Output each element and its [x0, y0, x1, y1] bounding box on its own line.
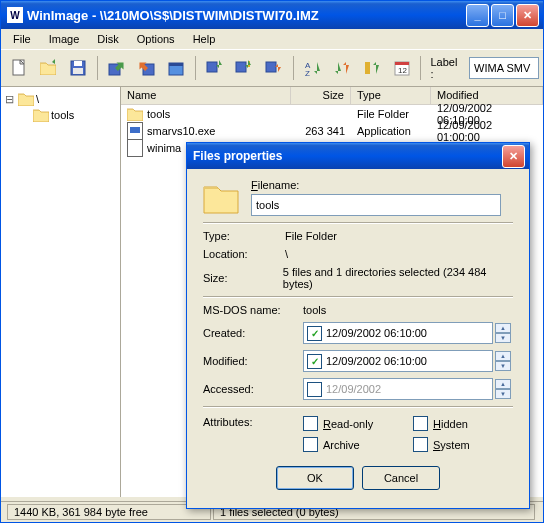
label-text: Label :	[426, 56, 467, 80]
folder-icon	[33, 108, 49, 122]
filename-label: Filename:	[251, 179, 513, 191]
svg-text:Z: Z	[305, 69, 310, 78]
type-label: Type:	[203, 230, 285, 242]
folder-large-icon	[203, 182, 239, 214]
nav-up-button[interactable]	[358, 54, 386, 82]
extract-button[interactable]	[260, 54, 288, 82]
svg-rect-8	[207, 62, 217, 72]
toolbar: AZ 12 Label :	[1, 49, 543, 87]
file-icon	[127, 139, 143, 157]
dialog-close-button[interactable]: ✕	[502, 145, 525, 168]
location-label: Location:	[203, 248, 285, 260]
write-disk-button[interactable]	[133, 54, 161, 82]
read-disk-button[interactable]	[103, 54, 131, 82]
folder-icon	[127, 107, 143, 121]
dialog-titlebar: Files properties ✕	[187, 143, 529, 169]
modified-spinner[interactable]: ▲▼	[495, 351, 511, 371]
readonly-checkbox[interactable]: Read-only	[303, 416, 413, 431]
minimize-button[interactable]: _	[466, 4, 489, 27]
calendar-button[interactable]: 12	[388, 54, 416, 82]
app-icon: W	[7, 7, 23, 23]
type-value: File Folder	[285, 230, 337, 242]
close-button[interactable]: ✕	[516, 4, 539, 27]
svg-rect-3	[73, 68, 83, 74]
inject-dir-button[interactable]	[231, 54, 259, 82]
attributes-label: Attributes:	[203, 416, 303, 428]
svg-rect-9	[236, 62, 246, 72]
created-label: Created:	[203, 327, 303, 339]
menu-file[interactable]: File	[5, 31, 39, 47]
header-size[interactable]: Size	[291, 87, 351, 105]
window-title: WinImage - \\210MO\S$\DISTWIM\DISTWI70.I…	[27, 8, 466, 23]
filename-input[interactable]	[251, 194, 501, 216]
label-input[interactable]	[469, 57, 539, 79]
system-checkbox[interactable]: System	[413, 437, 503, 452]
msdos-value: tools	[303, 304, 326, 316]
size-value: 5 files and 1 directories selected (234 …	[283, 266, 513, 290]
archive-checkbox[interactable]: Archive	[303, 437, 413, 452]
modified-date-input[interactable]: ✓12/09/2002 06:10:00	[303, 350, 493, 372]
open-button[interactable]	[35, 54, 63, 82]
format-button[interactable]	[162, 54, 190, 82]
inject-button[interactable]	[201, 54, 229, 82]
accessed-label: Accessed:	[203, 383, 303, 395]
main-titlebar: W WinImage - \\210MO\S$\DISTWIM\DISTWI70…	[1, 1, 543, 29]
menubar: File Image Disk Options Help	[1, 29, 543, 49]
tree-child-label: tools	[51, 109, 74, 121]
folder-icon	[18, 92, 34, 106]
svg-rect-10	[266, 62, 276, 72]
created-spinner[interactable]: ▲▼	[495, 323, 511, 343]
size-label: Size:	[203, 272, 283, 284]
svg-rect-2	[74, 61, 82, 66]
modified-label: Modified:	[203, 355, 303, 367]
location-value: \	[285, 248, 288, 260]
menu-options[interactable]: Options	[129, 31, 183, 47]
svg-text:12: 12	[398, 66, 407, 75]
maximize-button[interactable]: □	[491, 4, 514, 27]
menu-image[interactable]: Image	[41, 31, 88, 47]
svg-rect-13	[365, 62, 370, 74]
list-row[interactable]: smarvs10.exe 263 341 Application 12/09/2…	[121, 122, 543, 139]
sort-button[interactable]: AZ	[299, 54, 327, 82]
accessed-spinner[interactable]: ▲▼	[495, 379, 511, 399]
status-left: 1440 KB, 361 984 byte free	[7, 504, 211, 520]
msdos-label: MS-DOS name:	[203, 304, 303, 316]
properties-dialog: Files properties ✕ Filename: Type:File F…	[186, 142, 530, 509]
new-button[interactable]	[5, 54, 33, 82]
svg-rect-7	[169, 63, 183, 66]
tree-panel: \ tools	[1, 87, 121, 497]
menu-disk[interactable]: Disk	[89, 31, 126, 47]
tree-root[interactable]: \	[5, 91, 116, 107]
ok-button[interactable]: OK	[276, 466, 354, 490]
accessed-date-input[interactable]: ✓12/09/2002	[303, 378, 493, 400]
dialog-title: Files properties	[193, 149, 502, 163]
menu-help[interactable]: Help	[185, 31, 224, 47]
header-type[interactable]: Type	[351, 87, 431, 105]
tree-child[interactable]: tools	[5, 107, 116, 123]
tree-root-label: \	[36, 93, 39, 105]
header-name[interactable]: Name	[121, 87, 291, 105]
cancel-button[interactable]: Cancel	[362, 466, 440, 490]
created-date-input[interactable]: ✓12/09/2002 06:10:00	[303, 322, 493, 344]
save-button[interactable]	[64, 54, 92, 82]
hidden-checkbox[interactable]: Hidden	[413, 416, 503, 431]
exe-icon	[127, 122, 143, 140]
svg-rect-15	[395, 62, 409, 65]
arrows-button[interactable]	[329, 54, 357, 82]
